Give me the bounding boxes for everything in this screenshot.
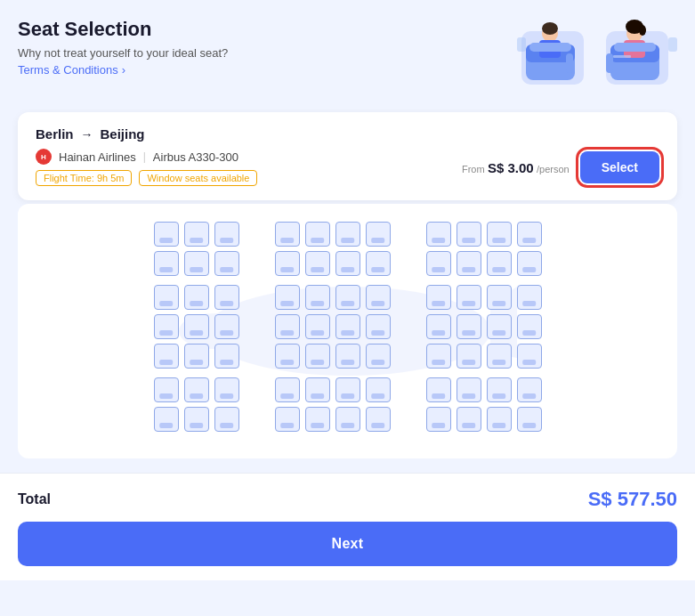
seat[interactable] [184,344,209,369]
seat[interactable] [184,251,209,276]
seat[interactable] [517,285,542,310]
seat[interactable] [184,314,209,339]
seat[interactable] [275,222,300,247]
terms-link[interactable]: Terms & Conditions › [18,63,228,77]
seat[interactable] [214,344,239,369]
seat[interactable] [426,251,451,276]
seat-section-1 [154,222,542,276]
airline-logo-text: H [41,153,46,161]
seat[interactable] [214,222,239,247]
seat[interactable] [517,344,542,369]
seat[interactable] [335,344,360,369]
seat[interactable] [366,344,391,369]
destination: Beijing [101,126,145,142]
seat[interactable] [457,344,481,369]
seat[interactable] [154,407,179,432]
seat[interactable] [154,251,179,276]
seat[interactable] [275,407,300,432]
seat[interactable] [517,377,542,402]
seat[interactable] [154,377,179,402]
seat[interactable] [487,314,512,339]
seat[interactable] [305,222,330,247]
svg-rect-7 [566,53,573,73]
seat[interactable] [275,285,300,310]
tags-row: Flight Time: 9h 5m Window seats availabl… [36,170,257,186]
flight-info-row: H Hainan Airlines | Airbus A330-300 Flig… [36,149,659,186]
seat[interactable] [517,314,542,339]
seat[interactable] [214,285,239,310]
total-label: Total [18,491,51,507]
seat[interactable] [457,407,481,432]
seat[interactable] [426,344,451,369]
seat[interactable] [517,407,542,432]
seat[interactable] [335,407,360,432]
seat[interactable] [214,407,239,432]
seat[interactable] [366,285,391,310]
seat-row [154,407,542,432]
seat[interactable] [335,377,360,402]
seat[interactable] [184,285,209,310]
seat[interactable] [214,377,239,402]
seat[interactable] [487,285,512,310]
svg-rect-18 [529,43,571,52]
seat[interactable] [305,314,330,339]
seat[interactable] [305,344,330,369]
seat[interactable] [214,251,239,276]
seat[interactable] [305,407,330,432]
seat[interactable] [305,285,330,310]
seat[interactable] [335,314,360,339]
seat[interactable] [487,407,512,432]
seat[interactable] [487,377,512,402]
seat[interactable] [487,222,512,247]
header-section: Seat Selection Why not treat yourself to… [18,18,677,98]
next-button[interactable]: Next [18,522,677,566]
seat[interactable] [517,222,542,247]
seat[interactable] [426,222,451,247]
seat[interactable] [457,314,481,339]
seat[interactable] [154,314,179,339]
seat-section-2 [154,285,542,369]
select-button[interactable]: Select [580,151,659,183]
seat[interactable] [154,285,179,310]
seat-gap [396,222,421,247]
bottom-section: Total S$ 577.50 Next [0,473,695,580]
seat[interactable] [366,222,391,247]
seat-row [154,377,542,402]
seat[interactable] [426,314,451,339]
seat[interactable] [184,407,209,432]
seat[interactable] [457,222,481,247]
seat-row [154,222,542,247]
seat[interactable] [275,251,300,276]
seat-gap [396,407,421,432]
seat[interactable] [487,251,512,276]
seat[interactable] [426,377,451,402]
seat[interactable] [335,222,360,247]
seat[interactable] [305,251,330,276]
seat[interactable] [184,377,209,402]
price-value: S$ 3.00 [488,160,534,175]
seat[interactable] [154,222,179,247]
seat[interactable] [335,251,360,276]
seat[interactable] [214,314,239,339]
seat[interactable] [366,251,391,276]
seat[interactable] [275,344,300,369]
seat[interactable] [184,222,209,247]
seat[interactable] [366,377,391,402]
seat[interactable] [366,314,391,339]
seat-gap [245,314,270,339]
seat[interactable] [366,407,391,432]
seat[interactable] [154,344,179,369]
seat[interactable] [426,407,451,432]
seat[interactable] [517,251,542,276]
seat-map-container [18,204,677,458]
seat[interactable] [457,251,481,276]
seat[interactable] [457,285,481,310]
chevron-icon: › [122,63,125,77]
seat[interactable] [335,285,360,310]
seat[interactable] [305,377,330,402]
seat[interactable] [457,377,481,402]
seat[interactable] [487,344,512,369]
seat[interactable] [275,377,300,402]
seat[interactable] [275,314,300,339]
seat[interactable] [426,285,451,310]
